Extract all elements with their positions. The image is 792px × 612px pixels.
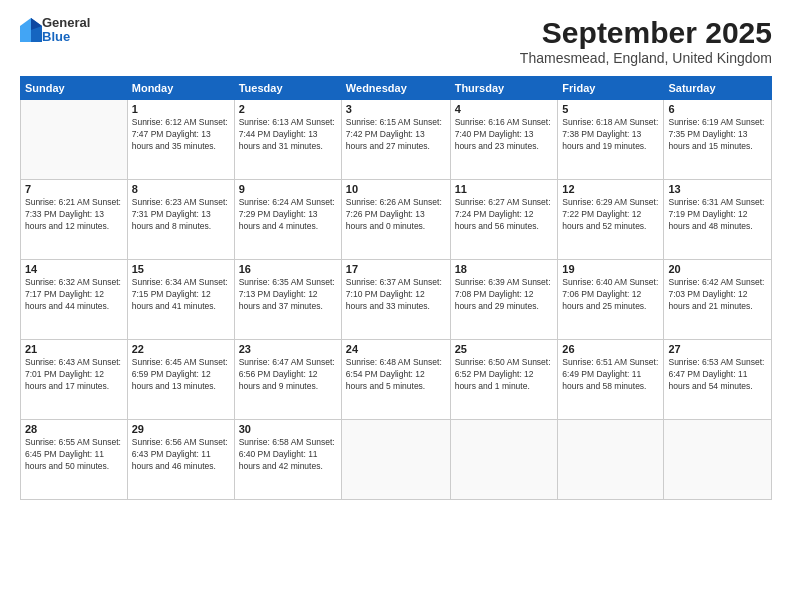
- calendar-cell: 16Sunrise: 6:35 AM Sunset: 7:13 PM Dayli…: [234, 260, 341, 340]
- calendar-cell: [450, 420, 558, 500]
- day-number: 20: [668, 263, 767, 275]
- day-info: Sunrise: 6:32 AM Sunset: 7:17 PM Dayligh…: [25, 277, 123, 313]
- calendar-cell: 21Sunrise: 6:43 AM Sunset: 7:01 PM Dayli…: [21, 340, 128, 420]
- day-info: Sunrise: 6:31 AM Sunset: 7:19 PM Dayligh…: [668, 197, 767, 233]
- logo-blue-text: Blue: [42, 30, 90, 44]
- day-number: 24: [346, 343, 446, 355]
- day-number: 19: [562, 263, 659, 275]
- day-number: 17: [346, 263, 446, 275]
- calendar-cell: 19Sunrise: 6:40 AM Sunset: 7:06 PM Dayli…: [558, 260, 664, 340]
- col-thursday: Thursday: [450, 77, 558, 100]
- day-info: Sunrise: 6:16 AM Sunset: 7:40 PM Dayligh…: [455, 117, 554, 153]
- day-info: Sunrise: 6:35 AM Sunset: 7:13 PM Dayligh…: [239, 277, 337, 313]
- calendar-cell: 20Sunrise: 6:42 AM Sunset: 7:03 PM Dayli…: [664, 260, 772, 340]
- calendar-week-row: 28Sunrise: 6:55 AM Sunset: 6:45 PM Dayli…: [21, 420, 772, 500]
- day-info: Sunrise: 6:19 AM Sunset: 7:35 PM Dayligh…: [668, 117, 767, 153]
- page-header: General Blue September 2025 Thamesmead, …: [20, 16, 772, 66]
- calendar-cell: 1Sunrise: 6:12 AM Sunset: 7:47 PM Daylig…: [127, 100, 234, 180]
- calendar-cell: 14Sunrise: 6:32 AM Sunset: 7:17 PM Dayli…: [21, 260, 128, 340]
- day-number: 12: [562, 183, 659, 195]
- day-number: 13: [668, 183, 767, 195]
- calendar-cell: 29Sunrise: 6:56 AM Sunset: 6:43 PM Dayli…: [127, 420, 234, 500]
- day-info: Sunrise: 6:43 AM Sunset: 7:01 PM Dayligh…: [25, 357, 123, 393]
- day-number: 23: [239, 343, 337, 355]
- day-info: Sunrise: 6:23 AM Sunset: 7:31 PM Dayligh…: [132, 197, 230, 233]
- day-number: 7: [25, 183, 123, 195]
- col-monday: Monday: [127, 77, 234, 100]
- col-wednesday: Wednesday: [341, 77, 450, 100]
- calendar-cell: 12Sunrise: 6:29 AM Sunset: 7:22 PM Dayli…: [558, 180, 664, 260]
- col-tuesday: Tuesday: [234, 77, 341, 100]
- calendar-cell: 10Sunrise: 6:26 AM Sunset: 7:26 PM Dayli…: [341, 180, 450, 260]
- day-info: Sunrise: 6:21 AM Sunset: 7:33 PM Dayligh…: [25, 197, 123, 233]
- day-info: Sunrise: 6:48 AM Sunset: 6:54 PM Dayligh…: [346, 357, 446, 393]
- day-info: Sunrise: 6:26 AM Sunset: 7:26 PM Dayligh…: [346, 197, 446, 233]
- day-number: 16: [239, 263, 337, 275]
- day-info: Sunrise: 6:40 AM Sunset: 7:06 PM Dayligh…: [562, 277, 659, 313]
- calendar-cell: 9Sunrise: 6:24 AM Sunset: 7:29 PM Daylig…: [234, 180, 341, 260]
- day-info: Sunrise: 6:12 AM Sunset: 7:47 PM Dayligh…: [132, 117, 230, 153]
- month-title: September 2025: [520, 16, 772, 50]
- calendar-table: Sunday Monday Tuesday Wednesday Thursday…: [20, 76, 772, 500]
- calendar-cell: [664, 420, 772, 500]
- day-info: Sunrise: 6:18 AM Sunset: 7:38 PM Dayligh…: [562, 117, 659, 153]
- calendar-cell: 24Sunrise: 6:48 AM Sunset: 6:54 PM Dayli…: [341, 340, 450, 420]
- day-info: Sunrise: 6:39 AM Sunset: 7:08 PM Dayligh…: [455, 277, 554, 313]
- day-info: Sunrise: 6:56 AM Sunset: 6:43 PM Dayligh…: [132, 437, 230, 473]
- calendar-week-row: 7Sunrise: 6:21 AM Sunset: 7:33 PM Daylig…: [21, 180, 772, 260]
- calendar-cell: 26Sunrise: 6:51 AM Sunset: 6:49 PM Dayli…: [558, 340, 664, 420]
- day-number: 3: [346, 103, 446, 115]
- calendar-cell: [21, 100, 128, 180]
- day-number: 4: [455, 103, 554, 115]
- logo-icon: [20, 16, 42, 44]
- calendar-cell: 23Sunrise: 6:47 AM Sunset: 6:56 PM Dayli…: [234, 340, 341, 420]
- day-number: 9: [239, 183, 337, 195]
- logo: General Blue: [20, 16, 90, 45]
- day-number: 22: [132, 343, 230, 355]
- day-info: Sunrise: 6:51 AM Sunset: 6:49 PM Dayligh…: [562, 357, 659, 393]
- col-friday: Friday: [558, 77, 664, 100]
- title-block: September 2025 Thamesmead, England, Unit…: [520, 16, 772, 66]
- col-saturday: Saturday: [664, 77, 772, 100]
- day-number: 27: [668, 343, 767, 355]
- day-info: Sunrise: 6:24 AM Sunset: 7:29 PM Dayligh…: [239, 197, 337, 233]
- calendar-cell: [558, 420, 664, 500]
- calendar-cell: 25Sunrise: 6:50 AM Sunset: 6:52 PM Dayli…: [450, 340, 558, 420]
- day-number: 5: [562, 103, 659, 115]
- day-number: 10: [346, 183, 446, 195]
- calendar-cell: 15Sunrise: 6:34 AM Sunset: 7:15 PM Dayli…: [127, 260, 234, 340]
- calendar-week-row: 1Sunrise: 6:12 AM Sunset: 7:47 PM Daylig…: [21, 100, 772, 180]
- day-info: Sunrise: 6:58 AM Sunset: 6:40 PM Dayligh…: [239, 437, 337, 473]
- calendar-cell: 5Sunrise: 6:18 AM Sunset: 7:38 PM Daylig…: [558, 100, 664, 180]
- calendar-cell: 22Sunrise: 6:45 AM Sunset: 6:59 PM Dayli…: [127, 340, 234, 420]
- calendar-cell: 13Sunrise: 6:31 AM Sunset: 7:19 PM Dayli…: [664, 180, 772, 260]
- calendar-cell: 17Sunrise: 6:37 AM Sunset: 7:10 PM Dayli…: [341, 260, 450, 340]
- calendar-cell: 6Sunrise: 6:19 AM Sunset: 7:35 PM Daylig…: [664, 100, 772, 180]
- day-number: 8: [132, 183, 230, 195]
- day-number: 29: [132, 423, 230, 435]
- day-number: 25: [455, 343, 554, 355]
- calendar-cell: 11Sunrise: 6:27 AM Sunset: 7:24 PM Dayli…: [450, 180, 558, 260]
- day-number: 28: [25, 423, 123, 435]
- day-info: Sunrise: 6:34 AM Sunset: 7:15 PM Dayligh…: [132, 277, 230, 313]
- logo-general-text: General: [42, 16, 90, 30]
- day-info: Sunrise: 6:53 AM Sunset: 6:47 PM Dayligh…: [668, 357, 767, 393]
- day-number: 18: [455, 263, 554, 275]
- day-info: Sunrise: 6:37 AM Sunset: 7:10 PM Dayligh…: [346, 277, 446, 313]
- col-sunday: Sunday: [21, 77, 128, 100]
- calendar-week-row: 14Sunrise: 6:32 AM Sunset: 7:17 PM Dayli…: [21, 260, 772, 340]
- calendar-cell: [341, 420, 450, 500]
- day-info: Sunrise: 6:50 AM Sunset: 6:52 PM Dayligh…: [455, 357, 554, 393]
- day-info: Sunrise: 6:55 AM Sunset: 6:45 PM Dayligh…: [25, 437, 123, 473]
- day-number: 21: [25, 343, 123, 355]
- day-number: 15: [132, 263, 230, 275]
- day-info: Sunrise: 6:27 AM Sunset: 7:24 PM Dayligh…: [455, 197, 554, 233]
- day-number: 30: [239, 423, 337, 435]
- day-number: 26: [562, 343, 659, 355]
- location: Thamesmead, England, United Kingdom: [520, 50, 772, 66]
- calendar-cell: 2Sunrise: 6:13 AM Sunset: 7:44 PM Daylig…: [234, 100, 341, 180]
- calendar-cell: 27Sunrise: 6:53 AM Sunset: 6:47 PM Dayli…: [664, 340, 772, 420]
- calendar-header-row: Sunday Monday Tuesday Wednesday Thursday…: [21, 77, 772, 100]
- day-number: 6: [668, 103, 767, 115]
- calendar-cell: 18Sunrise: 6:39 AM Sunset: 7:08 PM Dayli…: [450, 260, 558, 340]
